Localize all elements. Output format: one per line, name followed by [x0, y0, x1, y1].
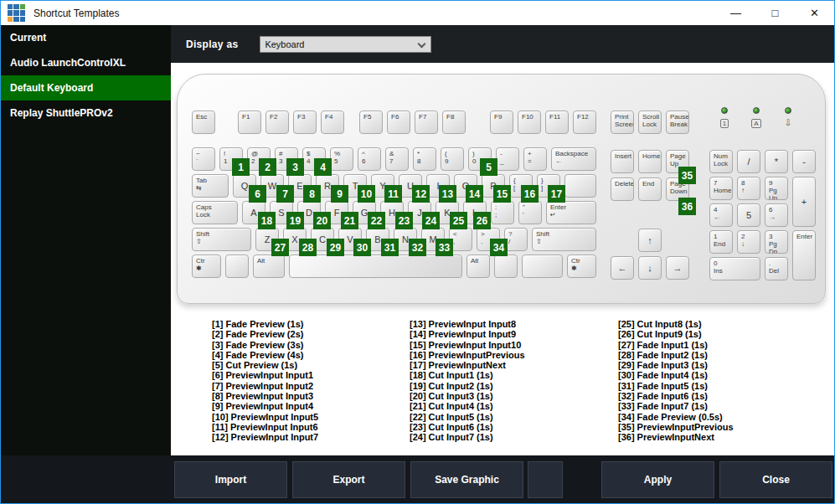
legend-item: [11] PreviewInput Input6: [212, 422, 410, 432]
key--: - _: [496, 147, 519, 171]
legend-item: [5] Cut Preview (1s): [212, 360, 410, 370]
legend-item: [1] Fade Preview (1s): [212, 319, 410, 329]
display-as-bar: Display as Keyboard: [171, 25, 834, 63]
keyboard-graphic: EscF1F2F3F4F5F6F7F8F9F10F11F12Print Scre…: [177, 74, 826, 304]
legend-item: [7] PreviewInput Input2: [212, 381, 410, 391]
key-print: Print Screen: [611, 111, 634, 134]
led-dot-icon: [753, 107, 760, 114]
legend-item: [16] PreviewInputPrevious: [410, 350, 618, 360]
key-blank: [494, 255, 518, 278]
maximize-icon[interactable]: □: [755, 1, 795, 25]
key-blank: /: [737, 150, 760, 173]
shortcut-badge-14: 14: [466, 185, 483, 203]
shortcut-badge-19: 19: [286, 212, 304, 229]
key-5: 5: [737, 203, 760, 227]
template-content: EscF1F2F3F4F5F6F7F8F9F10F11F12Print Scre…: [171, 63, 834, 455]
sidebar-item-replay-shuttleprov2[interactable]: Replay ShuttlePROv2: [1, 100, 171, 126]
key-f2: F2: [265, 111, 289, 134]
key-8: 8 ↑: [737, 177, 760, 200]
key-end: End: [638, 177, 662, 201]
key-blank: ~ `: [192, 147, 215, 171]
legend-item: [10] PreviewInput Input5: [212, 412, 410, 422]
key-enter: Enter: [792, 230, 816, 280]
legend-item: [13] PreviewInput Input8: [410, 319, 618, 329]
shortcut-templates-window: Shortcut Templates — □ ✕ CurrentAudio La…: [0, 0, 835, 504]
key-blank: *: [765, 150, 788, 173]
legend-item: [32] Fade Input6 (1s): [618, 391, 734, 401]
key-blank: ( 9: [441, 147, 464, 171]
legend-item: [21] Cut Input4 (1s): [410, 401, 618, 411]
minimize-icon[interactable]: —: [716, 1, 755, 25]
key-f9: F9: [490, 111, 513, 134]
shortcut-badge-10: 10: [358, 185, 375, 203]
shortcut-badge-11: 11: [384, 185, 402, 203]
legend-item: [30] Fade Input4 (1s): [618, 370, 734, 380]
led-dot-icon: [721, 107, 728, 114]
titlebar: Shortcut Templates — □ ✕: [1, 1, 834, 25]
empty-slot-button: [528, 461, 563, 498]
apply-button[interactable]: Apply: [601, 461, 714, 498]
shortcut-badge-13: 13: [439, 185, 456, 203]
legend-item: [9] PreviewInput Input4: [212, 401, 410, 411]
sidebar-item-current[interactable]: Current: [1, 25, 171, 50]
shortcut-badge-8: 8: [303, 185, 321, 203]
shortcut-badge-27: 27: [271, 239, 289, 256]
sidebar-item-default-keyboard[interactable]: Default Keyboard: [1, 75, 171, 100]
shortcut-badge-5: 5: [480, 158, 497, 176]
legend-item: [12] PreviewInput Input7: [212, 432, 410, 442]
key-blank: [564, 174, 596, 198]
legend-item: [18] Cut Input1 (1s): [410, 370, 618, 380]
key-9: 9 Pg Up: [765, 177, 788, 200]
key-scroll: Scroll Lock: [638, 111, 662, 134]
legend-item: [4] Fade Preview (4s): [212, 350, 410, 360]
display-as-select[interactable]: Keyboard: [260, 36, 431, 53]
key-num: Num Lock: [709, 150, 733, 173]
save-graphic-button[interactable]: Save Graphic: [410, 461, 523, 498]
key-f8: F8: [442, 111, 466, 134]
shortcut-badge-36: 36: [678, 198, 696, 215]
display-as-label: Display as: [186, 39, 238, 50]
shortcut-badge-6: 6: [249, 185, 266, 203]
shortcut-badge-32: 32: [409, 239, 426, 256]
key-ctr: Ctr ✱: [567, 255, 596, 278]
key-blank: ^ 6: [358, 147, 381, 171]
shortcut-badge-12: 12: [412, 185, 430, 203]
key-1: 1 End: [709, 230, 733, 254]
import-button[interactable]: Import: [174, 461, 287, 498]
shortcut-badge-18: 18: [258, 212, 276, 229]
footer-bar: ImportExportSave GraphicApplyClose: [1, 455, 834, 503]
chevron-down-icon: [418, 39, 426, 48]
legend-item: [19] Cut Input2 (1s): [410, 381, 618, 391]
key-delete: Delete: [611, 177, 634, 201]
close-button[interactable]: Close: [719, 461, 832, 498]
key-blank: →: [666, 256, 689, 280]
key-f4: F4: [321, 111, 344, 134]
shortcut-badge-28: 28: [299, 239, 317, 256]
legend-column-1: [1] Fade Preview (1s)[2] Fade Preview (2…: [212, 319, 410, 443]
legend-item: [8] PreviewInput Input3: [212, 391, 410, 401]
key-f7: F7: [415, 111, 438, 134]
key-alt: Alt: [466, 255, 490, 278]
led-indicator: A: [744, 107, 769, 129]
key-alt: Alt: [253, 255, 285, 278]
shortcut-badge-23: 23: [395, 212, 413, 229]
sidebar: CurrentAudio LaunchControlXLDefault Keyb…: [1, 25, 171, 455]
legend-item: [29] Fade Input3 (1s): [618, 360, 734, 370]
shortcut-badge-26: 26: [473, 212, 491, 229]
key-f6: F6: [387, 111, 410, 134]
export-button[interactable]: Export: [292, 461, 405, 498]
key-ctr: Ctr ✱: [192, 255, 221, 278]
close-icon[interactable]: ✕: [795, 1, 834, 25]
main-panel: Display as Keyboard EscF1F2F3F4F5F6F7F8F…: [171, 25, 834, 455]
legend-item: [24] Cut Input7 (1s): [410, 432, 618, 442]
led-dot-icon: [785, 107, 791, 114]
key-3: 3 Pg Dn: [765, 230, 788, 254]
key-blank: & 7: [385, 147, 409, 171]
shortcut-badge-30: 30: [353, 239, 371, 256]
shortcut-badge-31: 31: [381, 239, 399, 256]
key-shift: Shift ⇧: [532, 228, 596, 251]
sidebar-item-audio-launchcontrolxl[interactable]: Audio LaunchControlXL: [1, 50, 171, 75]
shortcut-badge-20: 20: [313, 212, 331, 229]
key-f11: F11: [545, 111, 569, 134]
shortcut-badge-29: 29: [327, 239, 344, 256]
